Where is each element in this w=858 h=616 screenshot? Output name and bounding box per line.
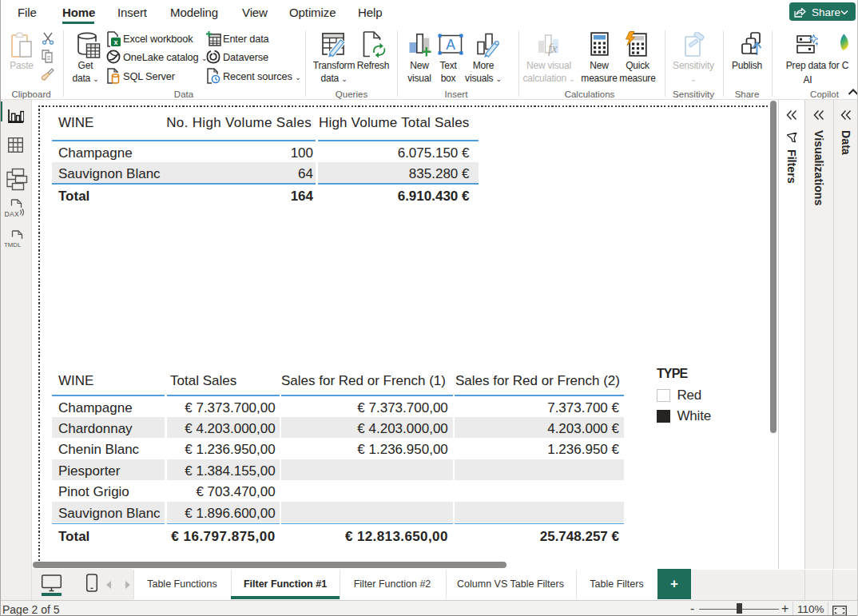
svg-text:DAX: DAX (5, 210, 20, 218)
svg-text:fx: fx (548, 42, 558, 56)
svg-text:A: A (446, 37, 455, 53)
svg-text:TMDL: TMDL (4, 241, 22, 248)
svg-text:x: x (113, 38, 117, 46)
